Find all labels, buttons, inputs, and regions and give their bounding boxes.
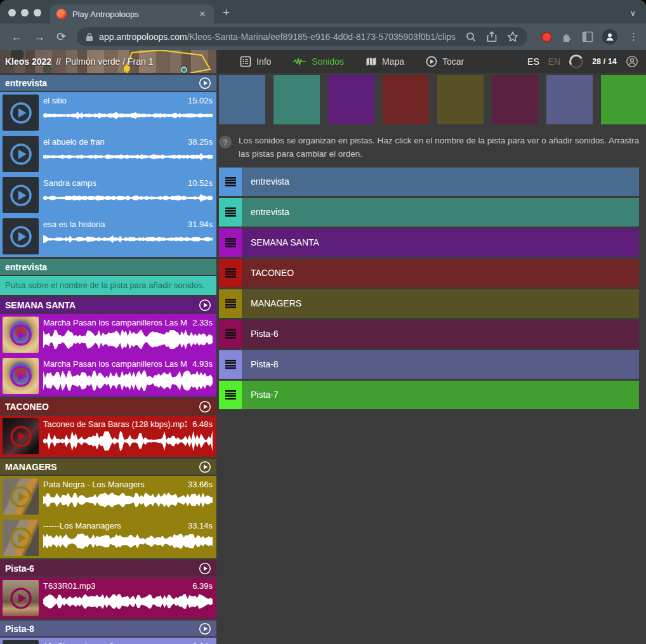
section-header[interactable]: Pista-6	[0, 560, 216, 577]
track-swatch[interactable]	[601, 75, 646, 124]
section-header[interactable]: Pista-8	[0, 621, 216, 638]
track-swatch[interactable]	[492, 75, 538, 124]
sound-clip[interactable]: Taconeo de Sara Baras (128 kbps).mp3 6.4…	[0, 416, 216, 457]
waveform[interactable]	[43, 194, 213, 202]
clip-play-icon[interactable]	[10, 485, 32, 508]
sound-clip[interactable]: esa es la historia 31.94s	[0, 216, 216, 257]
clip-play-icon[interactable]	[10, 184, 32, 207]
nav-item-info[interactable]: Info	[229, 56, 282, 67]
track-swatch[interactable]	[437, 75, 484, 124]
bookmark-star-icon[interactable]	[507, 31, 518, 43]
nav-item-mapa[interactable]: Mapa	[355, 56, 415, 67]
clip-play-icon[interactable]	[10, 143, 32, 166]
lang-es-button[interactable]: ES	[527, 56, 539, 67]
waveform[interactable]	[43, 152, 213, 161]
track-drag-handle[interactable]	[219, 289, 242, 318]
section-play-icon[interactable]	[199, 299, 211, 312]
track-name-button[interactable]: TACONEO	[242, 259, 639, 287]
track-drag-handle[interactable]	[219, 350, 242, 379]
clip-thumbnail[interactable]	[3, 218, 39, 254]
clip-thumbnail[interactable]	[3, 95, 39, 131]
track-drag-handle[interactable]	[219, 259, 242, 287]
track-swatch[interactable]	[219, 75, 265, 124]
section-play-icon[interactable]	[199, 77, 211, 89]
forward-button[interactable]: →	[28, 31, 51, 43]
track-row[interactable]: MANAGERS	[219, 289, 639, 318]
section-play-icon[interactable]	[199, 622, 211, 635]
track-swatch[interactable]	[274, 75, 320, 124]
reload-button[interactable]: ⟳	[51, 31, 72, 43]
zoom-page-icon[interactable]	[466, 32, 477, 43]
extensions-puzzle-icon[interactable]	[561, 31, 573, 43]
empty-track-message[interactable]: Pulsa sobre el nombre de la pista para a…	[0, 276, 216, 295]
track-name-button[interactable]: Pista-7	[242, 381, 639, 409]
track-name-button[interactable]: SEMANA SANTA	[242, 228, 639, 257]
track-row[interactable]: Pista-8	[219, 350, 639, 379]
track-row[interactable]: entrevista	[219, 168, 639, 196]
track-name-button[interactable]: Pista-6	[242, 320, 639, 348]
close-window-button[interactable]	[8, 9, 16, 16]
sound-clip[interactable]: el abuelo de fran 38.25s	[0, 133, 216, 174]
clip-thumbnail[interactable]	[3, 520, 39, 556]
sound-clip[interactable]: el sitio 15.02s	[0, 92, 216, 133]
clip-thumbnail[interactable]	[3, 580, 39, 616]
clip-thumbnail[interactable]	[3, 478, 39, 515]
clip-thumbnail[interactable]	[3, 358, 39, 394]
address-bar[interactable]: app.antropoloops.com/Kleos-Santa-Marina/…	[77, 27, 527, 46]
lang-en-button[interactable]: EN	[548, 56, 560, 67]
clip-play-icon[interactable]	[10, 425, 32, 448]
waveform[interactable]	[43, 491, 213, 509]
section-play-icon[interactable]	[199, 562, 211, 575]
section-header[interactable]: MANAGERS	[0, 459, 216, 476]
track-swatch[interactable]	[546, 75, 593, 124]
browser-tab[interactable]: Play Antropoloops ✕	[50, 4, 214, 23]
track-swatch[interactable]	[383, 75, 429, 124]
project-map-banner[interactable]: Kleos 2022 // Pulmón verde / Fran 1	[0, 50, 216, 73]
waveform[interactable]	[43, 329, 213, 350]
back-button[interactable]: ←	[5, 31, 28, 43]
tab-search-chevron-icon[interactable]: ∨	[630, 8, 636, 18]
track-name-button[interactable]: entrevista	[242, 198, 639, 227]
browser-menu-icon[interactable]: ⋮	[626, 31, 641, 43]
track-row[interactable]: TACONEO	[219, 259, 639, 287]
zoom-window-button[interactable]	[34, 9, 41, 16]
clip-thumbnail[interactable]	[3, 640, 39, 644]
clip-play-icon[interactable]	[10, 365, 32, 388]
clip-thumbnail[interactable]	[3, 136, 39, 172]
waveform[interactable]	[43, 111, 213, 120]
section-header[interactable]: TACONEO	[0, 398, 216, 416]
sound-clip[interactable]: 13. Charradas.mp3 2.64s	[0, 638, 216, 644]
clip-thumbnail[interactable]	[3, 418, 39, 454]
track-drag-handle[interactable]	[219, 168, 242, 196]
track-row[interactable]: Pista-7	[219, 381, 639, 409]
waveform[interactable]	[43, 235, 213, 244]
sound-clip[interactable]: Sandra camps 10.52s	[0, 174, 216, 216]
nav-item-tocar[interactable]: Tocar	[415, 56, 475, 67]
track-drag-handle[interactable]	[219, 320, 242, 348]
record-indicator-icon[interactable]	[541, 32, 552, 43]
track-row[interactable]: SEMANA SANTA	[219, 228, 639, 257]
track-row[interactable]: entrevista	[219, 198, 639, 227]
track-drag-handle[interactable]	[219, 198, 242, 227]
waveform[interactable]	[43, 431, 213, 451]
waveform[interactable]	[43, 371, 213, 391]
side-panel-icon[interactable]	[582, 31, 593, 43]
sound-clip[interactable]: Marcha Pasan los campanilleros Las Mejor…	[0, 314, 216, 355]
section-play-icon[interactable]	[199, 400, 211, 413]
track-swatch[interactable]	[328, 75, 374, 124]
track-row[interactable]: Pista-6	[219, 320, 639, 348]
profile-avatar[interactable]	[602, 29, 617, 44]
clip-play-icon[interactable]	[10, 527, 32, 549]
track-drag-handle[interactable]	[219, 228, 242, 257]
sound-clip[interactable]: Pata Negra - Los Managers 33.66s	[0, 476, 216, 517]
track-name-button[interactable]: Pista-8	[242, 350, 639, 379]
section-header[interactable]: entrevista	[0, 259, 216, 276]
account-icon[interactable]	[626, 55, 638, 68]
track-drag-handle[interactable]	[219, 381, 242, 409]
track-name-button[interactable]: MANAGERS	[242, 289, 639, 318]
clip-play-icon[interactable]	[10, 324, 32, 346]
clip-thumbnail[interactable]	[3, 317, 39, 353]
waveform[interactable]	[43, 532, 213, 550]
share-icon[interactable]	[487, 31, 497, 43]
section-header[interactable]: SEMANA SANTA	[0, 297, 216, 314]
